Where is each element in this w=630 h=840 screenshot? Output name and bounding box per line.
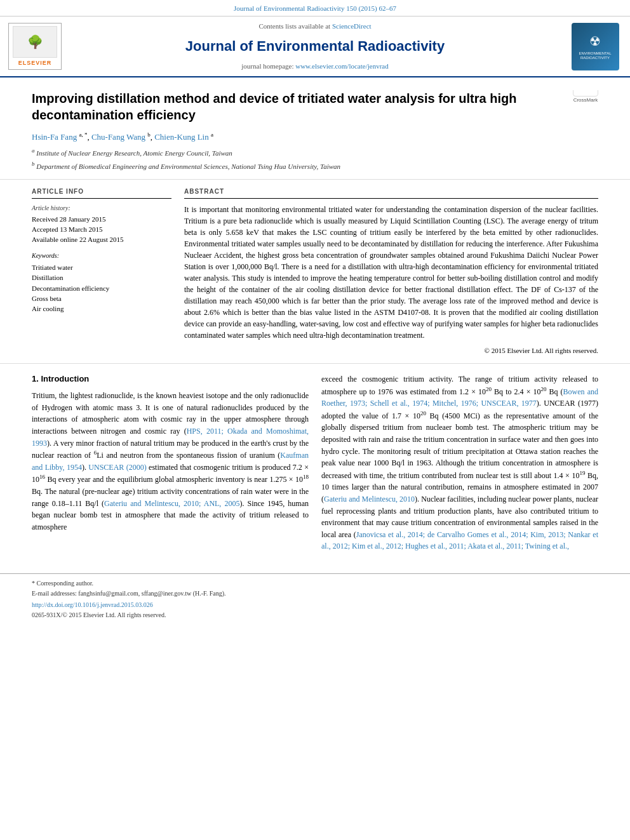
keywords-label-text: Keywords: [32, 252, 59, 259]
affiliation-a-text: Institute of Nuclear Energy Research, At… [36, 149, 232, 157]
journal-homepage-line: journal homepage: www.elsevier.com/locat… [69, 62, 561, 71]
ref-kaufman[interactable]: Kaufman and Libby, 1954 [32, 451, 309, 472]
ref-janovicsa[interactable]: Janovicsa et al., 2014; de Carvalho Gome… [321, 530, 598, 551]
article-title: Improving distillation method and device… [32, 90, 598, 123]
footer-issn: 0265-931X/© 2015 Elsevier Ltd. All right… [32, 611, 598, 620]
ref-bowen[interactable]: Bowen and Roether, 1973; Schell et al., … [321, 387, 598, 408]
ref-gateriu[interactable]: Gateriu and Melintescu, 2010; ANL, 2005 [104, 499, 239, 508]
header-center: Contents lists available at ScienceDirec… [69, 22, 561, 71]
crossmark-label: CrossMark [573, 97, 598, 103]
sciencedirect-link[interactable]: ScienceDirect [332, 22, 372, 30]
author-chu-fang[interactable]: Chu-Fang Wang [91, 132, 145, 142]
author-chien-kung[interactable]: Chien-Kung Lin [154, 132, 209, 142]
body-right-col: exceed the cosmogenic tritium activity. … [321, 373, 598, 557]
keyword-5: Air cooling [32, 304, 171, 314]
badge-text: ENVIRONMENTALRADIOACTIVITY [579, 51, 611, 60]
article-title-section: ✗ CrossMark Improving distillation metho… [0, 77, 630, 180]
env-radio-badge: ☢ ENVIRONMENTALRADIOACTIVITY [572, 23, 619, 70]
homepage-label: journal homepage: [241, 62, 293, 70]
affil-sup-a2: a [211, 131, 213, 138]
body-left-col: 1. Introduction Tritium, the lightest ra… [32, 373, 309, 557]
abstract-label: ABSTRACT [184, 187, 598, 199]
page-footer: * Corresponding author. E-mail addresses… [0, 573, 630, 625]
intro-para-1: Tritium, the lightest radionuclide, is t… [32, 390, 309, 533]
page-wrapper: Journal of Environmental Radioactivity 1… [0, 0, 630, 625]
keyword-3: Decontamination efficiency [32, 284, 171, 293]
article-info-label: ARTICLE INFO [32, 187, 171, 199]
received-date: Received 28 January 2015 [32, 215, 171, 224]
tree-icon: 🌳 [27, 36, 43, 48]
elsevier-logo-area: 🌳 ELSEVIER [6, 22, 64, 71]
radioactivity-icon: ☢ [589, 32, 601, 50]
two-col-body: 1. Introduction Tritium, the lightest ra… [32, 373, 598, 557]
abstract-text: It is important that monitoring environm… [184, 204, 598, 341]
ref-unscear2000[interactable]: UNSCEAR (2000) [88, 463, 146, 472]
history-label-text: Article history: [32, 204, 70, 211]
homepage-link[interactable]: www.elsevier.com/locate/jenvrad [295, 62, 389, 70]
crossmark-container: ✗ CrossMark [573, 90, 598, 103]
keywords-label: Keywords: [32, 251, 171, 260]
journal-top-bar: Journal of Environmental Radioactivity 1… [0, 0, 630, 17]
accepted-date: Accepted 13 March 2015 [32, 225, 171, 234]
journal-citation: Journal of Environmental Radioactivity 1… [234, 4, 396, 12]
crossmark-badge: ✗ [573, 90, 598, 97]
footer-email: E-mail addresses: fanghsinfu@gmail.com, … [32, 589, 598, 598]
elsevier-logo-box: 🌳 ELSEVIER [8, 23, 62, 70]
abstract-column: ABSTRACT It is important that monitoring… [184, 187, 598, 356]
available-online-date: Available online 22 August 2015 [32, 235, 171, 244]
journal-title: Journal of Environmental Radioactivity [69, 37, 561, 57]
crossmark-icon: ✗ [581, 90, 591, 92]
article-info-abstract-section: ARTICLE INFO Article history: Received 2… [0, 180, 630, 364]
footer-doi[interactable]: http://dx.doi.org/10.1016/j.jenvrad.2015… [32, 601, 598, 610]
intro-para-2: exceed the cosmogenic tritium activity. … [321, 373, 598, 552]
keyword-2: Distillation [32, 273, 171, 283]
affil-sup-a1: a, * [79, 131, 87, 138]
affiliation-a: a Institute of Nuclear Energy Research, … [32, 147, 598, 158]
article-info-column: ARTICLE INFO Article history: Received 2… [32, 187, 171, 356]
author-hsin-fa[interactable]: Hsin-Fa Fang [32, 132, 77, 142]
introduction-heading: 1. Introduction [32, 373, 309, 385]
history-label: Article history: [32, 204, 171, 213]
env-radioactivity-badge-area: ☢ ENVIRONMENTALRADIOACTIVITY [566, 22, 624, 71]
sup-a: a [32, 147, 35, 154]
header-section: 🌳 ELSEVIER Contents lists available at S… [0, 17, 630, 77]
sciencedirect-label: Contents lists available at [258, 22, 330, 30]
affil-sup-b: b [147, 131, 151, 138]
authors: Hsin-Fa Fang a, *, Chu-Fang Wang b, Chie… [32, 132, 213, 142]
sciencedirect-line: Contents lists available at ScienceDirec… [69, 22, 561, 31]
keyword-1: Tritiated water [32, 263, 171, 272]
article-history-group: Article history: Received 28 January 201… [32, 204, 171, 245]
from-text: from [442, 387, 457, 396]
affiliation-b-text: Department of Biomedical Engineering and… [36, 162, 340, 170]
corresponding-note: * Corresponding author. [32, 579, 598, 588]
authors-line: Hsin-Fa Fang a, *, Chu-Fang Wang b, Chie… [32, 131, 598, 143]
keyword-4: Gross beta [32, 294, 171, 303]
elsevier-label: ELSEVIER [13, 59, 57, 67]
doi-link[interactable]: http://dx.doi.org/10.1016/j.jenvrad.2015… [32, 601, 153, 608]
body-section: 1. Introduction Tritium, the lightest ra… [0, 364, 630, 567]
copyright-line: © 2015 Elsevier Ltd. All rights reserved… [184, 346, 598, 356]
keywords-group: Keywords: Tritiated water Distillation D… [32, 251, 171, 314]
ref-gateriu2010[interactable]: Gateriu and Melintescu, 2010 [324, 495, 415, 503]
ref-hps2011[interactable]: HPS, 2011; Okada and Momoshimat, 1993 [32, 427, 309, 448]
affiliation-b: b Department of Biomedical Engineering a… [32, 160, 598, 171]
sup-b: b [32, 161, 35, 167]
elsevier-tree-image: 🌳 [13, 26, 57, 58]
